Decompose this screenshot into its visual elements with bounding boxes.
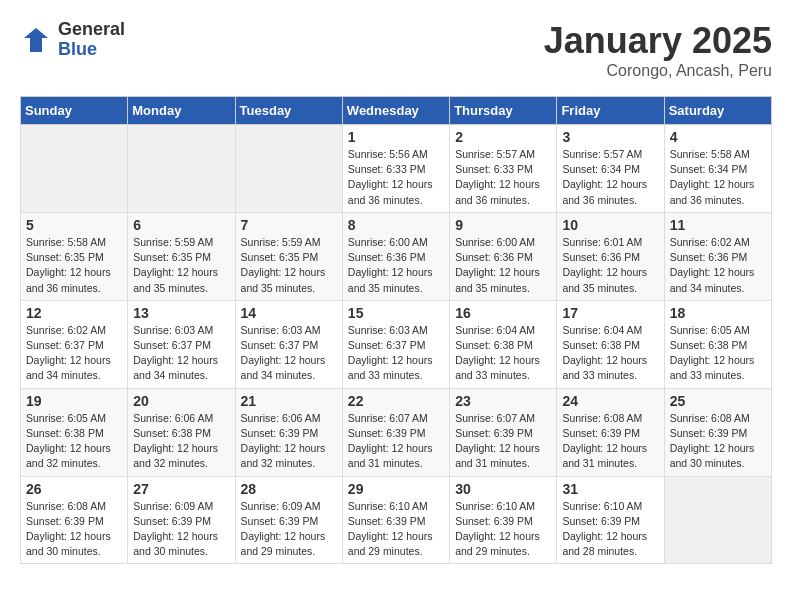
day-number: 31	[562, 481, 658, 497]
day-number: 1	[348, 129, 444, 145]
logo-icon	[20, 24, 52, 56]
calendar-cell: 7Sunrise: 5:59 AM Sunset: 6:35 PM Daylig…	[235, 212, 342, 300]
calendar-cell	[128, 125, 235, 213]
calendar-cell: 20Sunrise: 6:06 AM Sunset: 6:38 PM Dayli…	[128, 388, 235, 476]
day-number: 16	[455, 305, 551, 321]
day-number: 27	[133, 481, 229, 497]
day-number: 11	[670, 217, 766, 233]
day-header-wednesday: Wednesday	[342, 97, 449, 125]
calendar-cell: 21Sunrise: 6:06 AM Sunset: 6:39 PM Dayli…	[235, 388, 342, 476]
day-info: Sunrise: 6:10 AM Sunset: 6:39 PM Dayligh…	[455, 499, 551, 560]
svg-marker-0	[24, 28, 48, 52]
calendar-cell: 28Sunrise: 6:09 AM Sunset: 6:39 PM Dayli…	[235, 476, 342, 564]
day-number: 30	[455, 481, 551, 497]
calendar-cell: 18Sunrise: 6:05 AM Sunset: 6:38 PM Dayli…	[664, 300, 771, 388]
day-info: Sunrise: 6:03 AM Sunset: 6:37 PM Dayligh…	[133, 323, 229, 384]
calendar-cell: 5Sunrise: 5:58 AM Sunset: 6:35 PM Daylig…	[21, 212, 128, 300]
calendar-cell: 8Sunrise: 6:00 AM Sunset: 6:36 PM Daylig…	[342, 212, 449, 300]
day-number: 21	[241, 393, 337, 409]
week-row-1: 1Sunrise: 5:56 AM Sunset: 6:33 PM Daylig…	[21, 125, 772, 213]
day-info: Sunrise: 6:08 AM Sunset: 6:39 PM Dayligh…	[26, 499, 122, 560]
month-title: January 2025	[544, 20, 772, 62]
day-number: 19	[26, 393, 122, 409]
day-info: Sunrise: 6:03 AM Sunset: 6:37 PM Dayligh…	[241, 323, 337, 384]
calendar-cell: 16Sunrise: 6:04 AM Sunset: 6:38 PM Dayli…	[450, 300, 557, 388]
day-info: Sunrise: 6:09 AM Sunset: 6:39 PM Dayligh…	[133, 499, 229, 560]
day-info: Sunrise: 5:58 AM Sunset: 6:34 PM Dayligh…	[670, 147, 766, 208]
day-number: 10	[562, 217, 658, 233]
day-info: Sunrise: 6:05 AM Sunset: 6:38 PM Dayligh…	[670, 323, 766, 384]
day-number: 29	[348, 481, 444, 497]
calendar-cell: 26Sunrise: 6:08 AM Sunset: 6:39 PM Dayli…	[21, 476, 128, 564]
day-number: 20	[133, 393, 229, 409]
day-header-sunday: Sunday	[21, 97, 128, 125]
week-row-3: 12Sunrise: 6:02 AM Sunset: 6:37 PM Dayli…	[21, 300, 772, 388]
day-header-monday: Monday	[128, 97, 235, 125]
day-header-thursday: Thursday	[450, 97, 557, 125]
page-header: General Blue January 2025 Corongo, Ancas…	[20, 20, 772, 80]
calendar-cell: 11Sunrise: 6:02 AM Sunset: 6:36 PM Dayli…	[664, 212, 771, 300]
logo-text: General Blue	[58, 20, 125, 60]
day-info: Sunrise: 6:04 AM Sunset: 6:38 PM Dayligh…	[562, 323, 658, 384]
location: Corongo, Ancash, Peru	[544, 62, 772, 80]
day-number: 17	[562, 305, 658, 321]
day-number: 28	[241, 481, 337, 497]
day-info: Sunrise: 6:06 AM Sunset: 6:38 PM Dayligh…	[133, 411, 229, 472]
calendar-table: SundayMondayTuesdayWednesdayThursdayFrid…	[20, 96, 772, 564]
day-number: 12	[26, 305, 122, 321]
calendar-cell: 23Sunrise: 6:07 AM Sunset: 6:39 PM Dayli…	[450, 388, 557, 476]
day-number: 25	[670, 393, 766, 409]
day-number: 15	[348, 305, 444, 321]
calendar-cell: 24Sunrise: 6:08 AM Sunset: 6:39 PM Dayli…	[557, 388, 664, 476]
day-info: Sunrise: 6:05 AM Sunset: 6:38 PM Dayligh…	[26, 411, 122, 472]
day-number: 4	[670, 129, 766, 145]
calendar-cell: 1Sunrise: 5:56 AM Sunset: 6:33 PM Daylig…	[342, 125, 449, 213]
day-info: Sunrise: 6:06 AM Sunset: 6:39 PM Dayligh…	[241, 411, 337, 472]
title-block: January 2025 Corongo, Ancash, Peru	[544, 20, 772, 80]
day-info: Sunrise: 6:00 AM Sunset: 6:36 PM Dayligh…	[348, 235, 444, 296]
calendar-cell: 10Sunrise: 6:01 AM Sunset: 6:36 PM Dayli…	[557, 212, 664, 300]
day-number: 24	[562, 393, 658, 409]
calendar-cell: 25Sunrise: 6:08 AM Sunset: 6:39 PM Dayli…	[664, 388, 771, 476]
calendar-cell: 2Sunrise: 5:57 AM Sunset: 6:33 PM Daylig…	[450, 125, 557, 213]
day-info: Sunrise: 6:09 AM Sunset: 6:39 PM Dayligh…	[241, 499, 337, 560]
day-info: Sunrise: 5:59 AM Sunset: 6:35 PM Dayligh…	[241, 235, 337, 296]
calendar-cell: 3Sunrise: 5:57 AM Sunset: 6:34 PM Daylig…	[557, 125, 664, 213]
day-number: 23	[455, 393, 551, 409]
day-info: Sunrise: 6:07 AM Sunset: 6:39 PM Dayligh…	[348, 411, 444, 472]
calendar-cell: 6Sunrise: 5:59 AM Sunset: 6:35 PM Daylig…	[128, 212, 235, 300]
day-info: Sunrise: 5:59 AM Sunset: 6:35 PM Dayligh…	[133, 235, 229, 296]
logo-blue-text: Blue	[58, 40, 125, 60]
days-header-row: SundayMondayTuesdayWednesdayThursdayFrid…	[21, 97, 772, 125]
day-info: Sunrise: 6:10 AM Sunset: 6:39 PM Dayligh…	[562, 499, 658, 560]
calendar-cell: 14Sunrise: 6:03 AM Sunset: 6:37 PM Dayli…	[235, 300, 342, 388]
day-number: 26	[26, 481, 122, 497]
day-header-saturday: Saturday	[664, 97, 771, 125]
calendar-cell: 19Sunrise: 6:05 AM Sunset: 6:38 PM Dayli…	[21, 388, 128, 476]
day-number: 13	[133, 305, 229, 321]
day-info: Sunrise: 5:58 AM Sunset: 6:35 PM Dayligh…	[26, 235, 122, 296]
calendar-cell: 27Sunrise: 6:09 AM Sunset: 6:39 PM Dayli…	[128, 476, 235, 564]
day-number: 14	[241, 305, 337, 321]
week-row-4: 19Sunrise: 6:05 AM Sunset: 6:38 PM Dayli…	[21, 388, 772, 476]
calendar-cell: 29Sunrise: 6:10 AM Sunset: 6:39 PM Dayli…	[342, 476, 449, 564]
calendar-cell: 22Sunrise: 6:07 AM Sunset: 6:39 PM Dayli…	[342, 388, 449, 476]
day-info: Sunrise: 6:04 AM Sunset: 6:38 PM Dayligh…	[455, 323, 551, 384]
day-info: Sunrise: 6:01 AM Sunset: 6:36 PM Dayligh…	[562, 235, 658, 296]
day-number: 6	[133, 217, 229, 233]
day-number: 5	[26, 217, 122, 233]
day-info: Sunrise: 6:10 AM Sunset: 6:39 PM Dayligh…	[348, 499, 444, 560]
day-info: Sunrise: 5:57 AM Sunset: 6:34 PM Dayligh…	[562, 147, 658, 208]
calendar-cell: 17Sunrise: 6:04 AM Sunset: 6:38 PM Dayli…	[557, 300, 664, 388]
week-row-2: 5Sunrise: 5:58 AM Sunset: 6:35 PM Daylig…	[21, 212, 772, 300]
day-header-tuesday: Tuesday	[235, 97, 342, 125]
calendar-cell: 13Sunrise: 6:03 AM Sunset: 6:37 PM Dayli…	[128, 300, 235, 388]
day-info: Sunrise: 6:08 AM Sunset: 6:39 PM Dayligh…	[562, 411, 658, 472]
day-number: 2	[455, 129, 551, 145]
day-number: 9	[455, 217, 551, 233]
day-number: 8	[348, 217, 444, 233]
day-info: Sunrise: 6:00 AM Sunset: 6:36 PM Dayligh…	[455, 235, 551, 296]
day-info: Sunrise: 6:07 AM Sunset: 6:39 PM Dayligh…	[455, 411, 551, 472]
day-info: Sunrise: 6:03 AM Sunset: 6:37 PM Dayligh…	[348, 323, 444, 384]
calendar-cell: 31Sunrise: 6:10 AM Sunset: 6:39 PM Dayli…	[557, 476, 664, 564]
